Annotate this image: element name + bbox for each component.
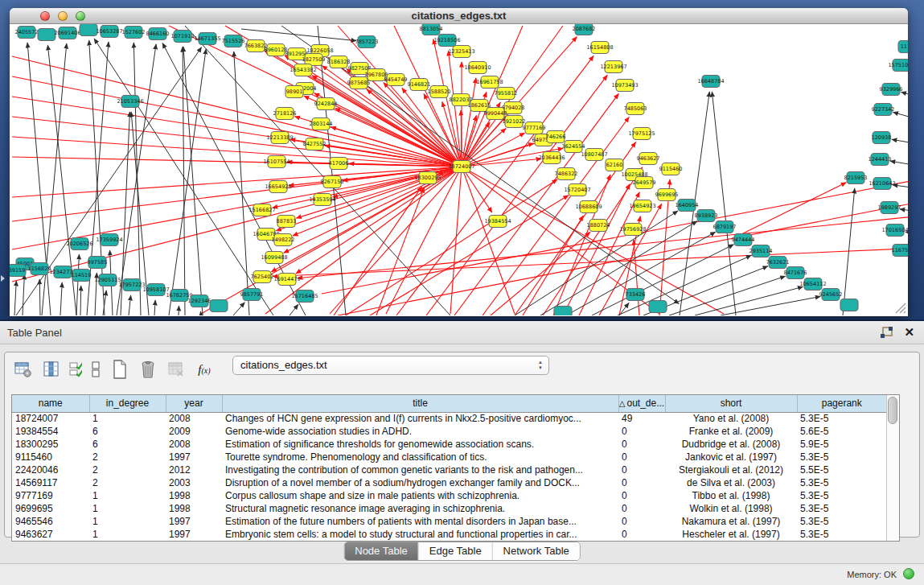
- svg-text:16961758: 16961758: [476, 79, 503, 85]
- svg-text:19384554: 19384554: [484, 218, 511, 225]
- svg-text:116753: 116753: [892, 247, 908, 253]
- svg-text:17359924: 17359924: [96, 237, 122, 243]
- network-view-window[interactable]: citations_edges.txt 24055722069140610653…: [10, 8, 908, 316]
- svg-text:997585: 997585: [88, 259, 108, 266]
- svg-text:15716485: 15716485: [291, 293, 318, 299]
- table-row[interactable]: 946362711997Embryonic stem cells: a mode…: [12, 528, 886, 541]
- svg-text:16099488: 16099488: [261, 254, 287, 261]
- svg-text:16914479: 16914479: [273, 276, 300, 282]
- network-desktop: citations_edges.txt 24055722069140610653…: [0, 0, 924, 321]
- table-scrollbar[interactable]: [886, 395, 899, 541]
- svg-text:10653287: 10653287: [96, 28, 122, 35]
- svg-text:9227342: 9227342: [872, 106, 895, 113]
- svg-text:15166827: 15166827: [248, 207, 275, 213]
- svg-text:1827509: 1827509: [302, 56, 326, 63]
- svg-text:21053346: 21053346: [117, 98, 143, 105]
- svg-text:7515526: 7515526: [222, 38, 245, 44]
- svg-text:8215953: 8215953: [844, 175, 868, 181]
- table-row[interactable]: 1830029562008Estimation of significance …: [12, 438, 886, 451]
- svg-text:14671355: 14671355: [194, 35, 220, 42]
- column-header-year[interactable]: year: [166, 395, 222, 412]
- tab-network-table[interactable]: Network Table: [493, 542, 580, 560]
- network-graph[interactable]: 2405572206914061065328715276028466160107…: [10, 24, 908, 315]
- svg-text:17016504: 17016504: [881, 227, 908, 233]
- column-header-short[interactable]: short: [665, 395, 797, 412]
- table-scrollbar-thumb[interactable]: [888, 397, 897, 424]
- svg-text:9990448: 9990448: [484, 110, 507, 117]
- svg-text:17957223: 17957223: [118, 282, 145, 288]
- attribute-table[interactable]: namein_degreeyeartitle△out_de...shortpag…: [12, 395, 886, 541]
- table-row[interactable]: 977716911998Corpus callosum shape and si…: [12, 489, 886, 502]
- svg-text:16210643: 16210643: [869, 180, 895, 187]
- svg-text:9699695: 9699695: [655, 192, 679, 198]
- svg-text:10807487: 10807487: [581, 151, 607, 158]
- svg-text:14353594: 14353594: [309, 196, 335, 203]
- network-canvas[interactable]: 2405572206914061065328715276028466160107…: [10, 24, 908, 315]
- delete-table-icon[interactable]: [166, 359, 187, 380]
- table-panel-header: Table Panel ✕: [0, 321, 924, 344]
- svg-text:9875685: 9875685: [347, 80, 371, 86]
- column-header-out_de[interactable]: △out_de...: [618, 395, 665, 412]
- svg-text:9329966: 9329966: [880, 86, 903, 93]
- svg-text:8466160: 8466160: [146, 31, 170, 37]
- svg-text:16107554: 16107554: [263, 159, 290, 165]
- svg-text:20691406: 20691406: [54, 30, 80, 36]
- svg-text:9245652: 9245652: [819, 291, 843, 298]
- table-row[interactable]: 1872400712008Changes of HCN gene express…: [12, 412, 886, 425]
- tab-edge-table[interactable]: Edge Table: [419, 542, 493, 560]
- table-settings-icon[interactable]: [13, 359, 34, 380]
- new-file-icon[interactable]: [109, 359, 130, 380]
- svg-text:12325413: 12325413: [448, 48, 474, 55]
- svg-text:16648784: 16648784: [697, 78, 724, 84]
- table-row[interactable]: 911546021997Tourette syndrome. Phenomeno…: [12, 451, 886, 463]
- svg-text:8960128: 8960128: [265, 47, 288, 53]
- svg-text:62160: 62160: [606, 162, 623, 168]
- svg-text:1292346: 1292346: [188, 298, 211, 304]
- table-row[interactable]: 1456911722003Disruption of a novel membe…: [12, 476, 886, 489]
- column-header-pagerank[interactable]: pagerank: [797, 395, 886, 412]
- table-panel-title: Table Panel: [7, 327, 62, 339]
- svg-text:10973493: 10973493: [611, 82, 638, 89]
- svg-text:16543382: 16543382: [290, 67, 316, 73]
- svg-text:20364436: 20364436: [538, 154, 565, 161]
- table-column-icon[interactable]: [41, 359, 62, 380]
- svg-text:7955812: 7955812: [495, 90, 518, 97]
- table-row[interactable]: 946554611997Estimation of the future num…: [12, 515, 886, 528]
- table-row[interactable]: 969969511998Structural magnetic resonanc…: [12, 502, 886, 515]
- svg-text:18724007: 18724007: [448, 163, 474, 170]
- svg-text:114519: 114519: [72, 272, 92, 278]
- svg-text:8427552: 8427552: [303, 141, 326, 147]
- svg-text:8822037: 8822037: [450, 97, 473, 103]
- svg-text:39159: 39159: [10, 267, 25, 274]
- table-row[interactable]: 2242004622012Investigating the contribut…: [12, 463, 886, 476]
- combo-stepper-icon[interactable]: ▲▼: [538, 360, 543, 371]
- svg-text:17975125: 17975125: [628, 130, 655, 137]
- row-checks-icon[interactable]: [69, 359, 82, 380]
- svg-text:9857791: 9857791: [240, 291, 264, 298]
- svg-text:7857223: 7857223: [355, 39, 379, 45]
- memory-status-icon: [903, 568, 914, 579]
- column-header-title[interactable]: title: [222, 395, 618, 412]
- svg-text:887833: 887833: [277, 218, 297, 225]
- svg-text:9463627: 9463627: [637, 155, 660, 162]
- rows-icon[interactable]: [89, 359, 102, 380]
- svg-text:417006: 417006: [329, 160, 349, 167]
- trash-icon[interactable]: [138, 359, 158, 380]
- svg-text:2718126: 2718126: [273, 110, 297, 117]
- close-panel-icon[interactable]: ✕: [904, 325, 914, 340]
- table-row[interactable]: 1938455462009Genome-wide association stu…: [12, 425, 886, 438]
- column-header-name[interactable]: name: [12, 395, 89, 412]
- column-header-in_degree[interactable]: in_degree: [89, 395, 166, 412]
- svg-text:19218506: 19218506: [433, 37, 460, 43]
- tab-node-table[interactable]: Node Table: [344, 542, 419, 560]
- svg-text:18300295: 18300295: [414, 175, 441, 181]
- svg-text:18640910: 18640910: [464, 64, 491, 71]
- resize-grip[interactable]: [893, 301, 906, 314]
- float-panel-icon[interactable]: [880, 327, 893, 339]
- svg-text:9146821: 9146821: [408, 81, 431, 88]
- function-icon[interactable]: f(x): [194, 359, 215, 380]
- svg-text:20206526: 20206526: [66, 241, 92, 247]
- panel-collapse-arrow[interactable]: [1, 275, 5, 282]
- window-titlebar[interactable]: citations_edges.txt: [10, 8, 908, 24]
- network-select[interactable]: citations_edges.txt ▲▼: [232, 356, 549, 375]
